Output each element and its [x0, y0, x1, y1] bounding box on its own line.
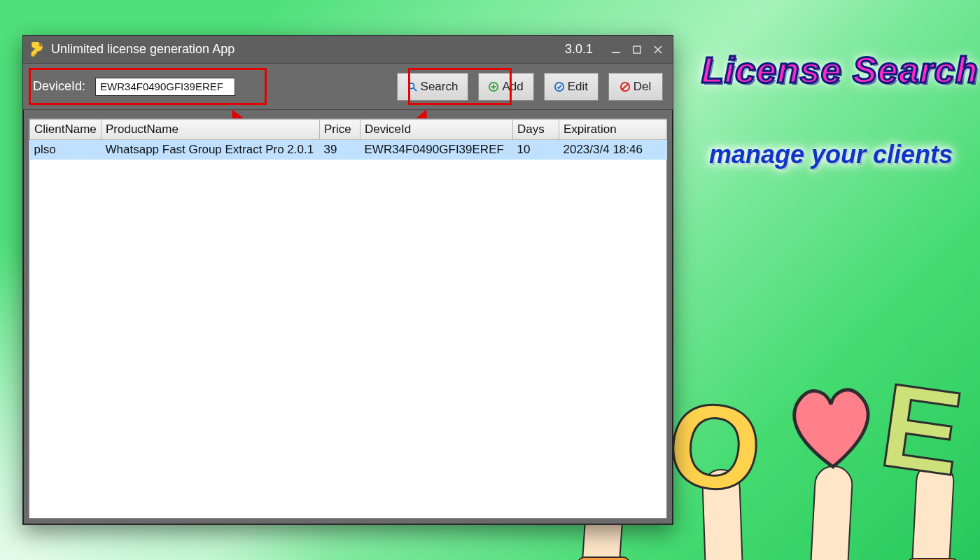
window-version: 3.0.1 — [565, 42, 593, 57]
add-button[interactable]: Add — [478, 73, 533, 101]
close-button[interactable] — [648, 41, 668, 58]
cell-price: 39 — [320, 140, 360, 160]
cell-days: 10 — [513, 140, 559, 160]
svg-rect-0 — [612, 52, 620, 53]
svg-line-3 — [413, 88, 416, 90]
cell-productname: Whatsapp Fast Group Extract Pro 2.0.1 — [102, 140, 320, 160]
minimize-button[interactable] — [606, 41, 626, 58]
deviceid-label: DeviceId: — [33, 79, 85, 94]
col-expiration[interactable]: Expiration — [559, 120, 667, 140]
toolbar: DeviceId: Search Add Edit — [23, 64, 673, 110]
col-deviceid[interactable]: DeviceId — [360, 120, 513, 140]
edit-icon — [554, 82, 564, 92]
col-clientname[interactable]: ClientName — [30, 120, 102, 140]
svg-point-2 — [408, 83, 414, 88]
search-button-label: Search — [421, 80, 458, 94]
cell-expiration: 2023/3/4 18:46 — [559, 140, 667, 160]
search-icon — [407, 82, 417, 92]
plus-icon — [489, 82, 498, 92]
key-icon — [30, 42, 46, 57]
col-price[interactable]: Price — [320, 120, 360, 140]
window-title: Unlimited license generation App — [51, 42, 234, 57]
promo-subtitle: manage your clients — [709, 140, 980, 169]
cell-deviceid: EWR34F0490GFI39EREF — [360, 140, 513, 160]
svg-line-7 — [622, 84, 628, 89]
edit-button[interactable]: Edit — [544, 73, 598, 101]
edit-button-label: Edit — [568, 80, 588, 94]
add-button-label: Add — [502, 80, 523, 94]
delete-icon — [620, 82, 630, 92]
col-days[interactable]: Days — [513, 120, 559, 140]
svg-rect-1 — [634, 46, 640, 53]
maximize-button[interactable] — [626, 41, 648, 58]
promo-title: License Search — [701, 49, 974, 91]
search-button[interactable]: Search — [397, 73, 469, 101]
table-row[interactable]: plso Whatsapp Fast Group Extract Pro 2.0… — [30, 140, 667, 160]
app-window: Unlimited license generation App 3.0.1 D… — [22, 35, 673, 525]
deviceid-input[interactable] — [95, 78, 235, 96]
titlebar[interactable]: Unlimited license generation App 3.0.1 — [23, 36, 673, 64]
cell-clientname: plso — [30, 140, 102, 160]
col-productname[interactable]: ProductName — [102, 120, 320, 140]
delete-button[interactable]: Del — [608, 73, 663, 101]
license-grid[interactable]: ClientName ProductName Price DeviceId Da… — [29, 118, 667, 519]
delete-button-label: Del — [634, 80, 652, 94]
